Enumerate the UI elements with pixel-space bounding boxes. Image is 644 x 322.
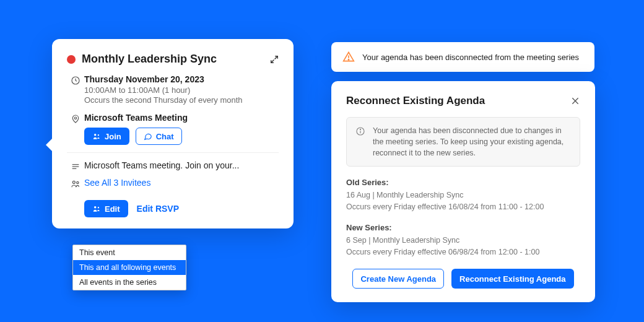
- see-all-invitees-link[interactable]: See All 3 Invitees: [84, 178, 279, 188]
- svg-point-9: [94, 206, 97, 209]
- event-detail-card: Monthly Leadership Sync Thursday Novembe…: [52, 39, 294, 228]
- calendar-color-dot: [67, 55, 76, 64]
- banner-text: Your agenda has been disconnected from t…: [362, 53, 579, 62]
- join-button[interactable]: Join: [84, 128, 129, 145]
- svg-point-12: [348, 59, 349, 60]
- close-icon[interactable]: [570, 96, 580, 106]
- svg-point-7: [72, 181, 75, 183]
- svg-point-1: [74, 117, 76, 119]
- svg-point-8: [77, 181, 79, 183]
- teams-icon: [92, 132, 101, 141]
- warning-icon: [342, 51, 355, 63]
- modal-info-box: Your agenda has been disconnected due to…: [346, 117, 580, 167]
- teams-icon: [92, 204, 101, 213]
- svg-point-10: [98, 207, 99, 208]
- old-series-label: Old Series:: [346, 178, 580, 187]
- chat-button[interactable]: Chat: [136, 128, 182, 145]
- event-location: Microsoft Teams Meeting: [84, 113, 279, 123]
- edit-menu-this-event[interactable]: This event: [73, 245, 186, 260]
- edit-menu-all-events[interactable]: All events in the series: [73, 275, 186, 290]
- expand-icon[interactable]: [270, 55, 279, 64]
- edit-label: Edit: [105, 204, 120, 214]
- svg-point-17: [360, 129, 360, 129]
- svg-point-2: [94, 134, 97, 136]
- clock-icon: [67, 74, 84, 85]
- create-new-agenda-button[interactable]: Create New Agenda: [352, 269, 444, 289]
- disconnected-agenda-banner: Your agenda has been disconnected from t…: [331, 42, 594, 72]
- description-icon: [67, 160, 84, 172]
- old-series-recurrence: Occurs every Friday effective 16/08/24 f…: [346, 201, 580, 213]
- old-series-title: 16 Aug | Monthly Leadership Sync: [346, 189, 580, 201]
- edit-rsvp-link[interactable]: Edit RSVP: [137, 204, 179, 214]
- old-series-block: Old Series: 16 Aug | Monthly Leadership …: [346, 178, 580, 213]
- event-recurrence: Occurs the second Thursday of every mont…: [84, 95, 279, 105]
- invitees-icon: [67, 178, 84, 189]
- event-time: 10:00AM to 11:00AM (1 hour): [84, 85, 279, 95]
- chat-label: Chat: [156, 132, 174, 141]
- modal-title: Reconnect Existing Agenda: [346, 95, 485, 107]
- new-series-label: New Series:: [346, 223, 580, 232]
- edit-recurrence-menu: This event This and all following events…: [72, 245, 186, 290]
- join-label: Join: [105, 132, 121, 141]
- new-series-title: 6 Sep | Monthly Leadership Sync: [346, 235, 580, 246]
- svg-point-3: [98, 134, 99, 136]
- edit-button[interactable]: Edit: [84, 200, 128, 217]
- edit-menu-this-and-following[interactable]: This and all following events: [73, 260, 186, 275]
- new-series-block: New Series: 6 Sep | Monthly Leadership S…: [346, 223, 580, 258]
- modal-info-text: Your agenda has been disconnected due to…: [373, 125, 571, 159]
- info-icon: [355, 125, 367, 136]
- chat-icon: [144, 132, 152, 141]
- location-icon: [67, 113, 84, 124]
- reconnect-agenda-modal: Reconnect Existing Agenda Your agenda ha…: [331, 81, 595, 302]
- event-body-preview: Microsoft Teams meeting. Join on your...: [84, 160, 279, 170]
- event-date: Thursday November 20, 2023: [84, 74, 279, 84]
- reconnect-existing-agenda-button[interactable]: Reconnect Existing Agenda: [451, 269, 573, 289]
- new-series-recurrence: Occurs every Friday effective 06/98/24 f…: [346, 246, 580, 258]
- divider: [67, 152, 279, 153]
- event-title: Monthly Leadership Sync: [82, 53, 270, 66]
